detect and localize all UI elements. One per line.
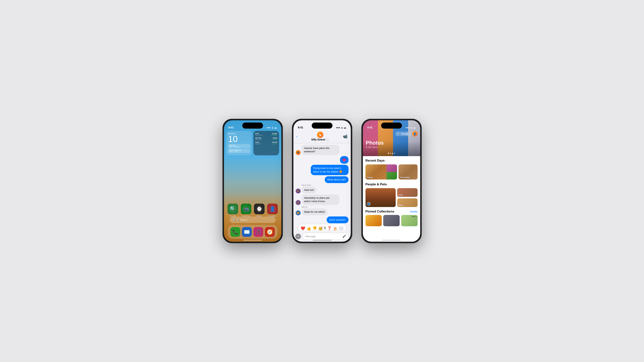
home-indicator-2: [313, 240, 332, 241]
status-icons-3: ●●● ▲ ▬: [406, 126, 416, 129]
stock-item-aapl: AAPL Apple Inc... 170.33 ▲ +3.17: [255, 141, 277, 145]
pinned-title: Pinned Collections: [366, 210, 394, 213]
homescreen: 9:41 ●●● ▲ ▬ MONDAY 10 S: [224, 120, 281, 242]
add-attachment-button[interactable]: +: [295, 234, 301, 239]
battery-icon: ▬: [274, 126, 277, 129]
cal-events: Site visit 10:15 – 10:45AM Lunch with An…: [228, 144, 250, 153]
phone-2-messages: 9:41 ●●● ▲ ▬ ‹ 🪿 Silly Ge: [292, 119, 352, 243]
message-3: Flying down to my sister's place to see …: [296, 165, 348, 175]
find-my-icon: 🔍: [228, 204, 238, 214]
calendar-widget[interactable]: MONDAY 10 Site visit 10:15 – 10:45AM Lun…: [226, 131, 252, 155]
pinned-animals[interactable]: [383, 215, 400, 226]
people-pets-chevron: ›: [388, 183, 388, 186]
dot-1[interactable]: [388, 153, 389, 154]
amit-name: Amit: [398, 194, 402, 196]
message-4: What about y'all?: [296, 176, 348, 183]
phones-container: 9:41 ●●● ▲ ▬ MONDAY 10 S: [222, 119, 422, 243]
message-text-6: Absolutely no plans yet, which I kind of…: [302, 195, 340, 205]
today-card[interactable]: Today: [366, 164, 397, 179]
dynamic-island: [242, 123, 263, 129]
pinned-map[interactable]: Meerut: [401, 215, 418, 226]
pinned-row: Meerut: [366, 215, 418, 226]
cal-event-2[interactable]: Lunch with Andy 11AM – 12PM: [228, 149, 250, 153]
conversation-info[interactable]: 🪿 Silly Geese 🪿: [311, 132, 329, 141]
today-photo-sm1: [386, 164, 397, 172]
wifi-icon-3: ▲: [410, 126, 413, 129]
dock-phone[interactable]: 📞: [230, 227, 240, 237]
dot-grid[interactable]: [392, 153, 393, 154]
search-button[interactable]: 🔍 Search: [395, 132, 410, 136]
tapback-thumbsdown[interactable]: 👎: [312, 226, 317, 230]
modify-button[interactable]: Modify: [410, 210, 418, 213]
message-text-8: Quick question:: [326, 216, 348, 223]
messages-screen: 9:41 ●●● ▲ ▬ ‹ 🪿 Silly Ge: [294, 120, 351, 242]
tapback-question[interactable]: ❓: [327, 226, 332, 230]
photos-count: 8,342 Items: [366, 146, 384, 149]
video-call-button[interactable]: 📹: [343, 134, 348, 139]
maya-name: Maya: [398, 204, 403, 206]
messages-list[interactable]: 🐻 Anyone have plans this weekend? 💗 Flyi…: [294, 143, 351, 230]
tapback-party[interactable]: 🥳: [318, 226, 323, 230]
back-button[interactable]: ‹: [296, 134, 298, 138]
tapback-exclaim[interactable]: ‼️: [324, 226, 326, 230]
message-6: 🐻 Absolutely no plans yet, which I kind …: [296, 195, 348, 205]
people-stack: Amit Maya: [397, 188, 418, 207]
today-photo-sm2: [386, 172, 397, 179]
mic-button[interactable]: 🎤: [342, 235, 346, 238]
map-label: Meerut: [412, 216, 417, 217]
group-name: Silly Geese 🪿: [311, 138, 329, 141]
profile-button[interactable]: 👤: [412, 131, 418, 136]
maya-card[interactable]: Maya: [397, 198, 418, 207]
message-text-3: Flying down to my sister's place to see …: [311, 165, 348, 175]
map-bg: Meerut: [401, 215, 418, 226]
stock-item-dow: DOW Dow Jones I... 37,816 ▲ +570.17: [255, 133, 277, 136]
group-card[interactable]: 👥: [366, 188, 396, 207]
tapback-thumbsup[interactable]: 👍: [306, 226, 311, 230]
amit-card[interactable]: Amit: [397, 188, 418, 197]
message-text-2: 💗: [340, 156, 348, 164]
yesterday-card[interactable]: Yesterday: [398, 164, 418, 179]
avatar-will: 🐯: [296, 210, 300, 215]
photos-title-area: Photos 8,342 Items: [366, 140, 384, 149]
message-text-7: Nada for me either!: [302, 209, 328, 215]
status-time-2: 9:41: [298, 126, 303, 129]
cal-day-label: MONDAY: [228, 133, 250, 135]
message-8: Quick question:: [296, 216, 348, 223]
dock-compass[interactable]: 🧭: [265, 227, 275, 237]
tapback-more[interactable]: …: [339, 226, 344, 230]
home-indicator: [243, 240, 262, 241]
tapback-heart[interactable]: ❤️: [300, 226, 305, 230]
home-indicator-3: [382, 240, 401, 241]
watch-icon: ⌚: [254, 204, 264, 214]
app-facetime[interactable]: 📹 FaceTime: [241, 204, 251, 217]
message-input-field[interactable]: iMessage 🎤: [302, 233, 349, 240]
message-input-bar: + iMessage 🎤: [295, 233, 349, 240]
group-icon: 👥: [367, 202, 371, 206]
app-find-my[interactable]: 🔍 Find My: [228, 204, 238, 217]
message-7: 🐯 Nada for me either!: [296, 209, 348, 215]
recent-days-row: Today Yesterday: [366, 164, 418, 179]
dynamic-island-2: [312, 123, 332, 129]
sender-label-will: Will Xu: [302, 206, 348, 208]
dock: 📞 ✉️ 🎵 🧭: [228, 225, 278, 239]
search-label: 🔍 Search: [237, 219, 247, 221]
cal-event-1[interactable]: Site visit 10:15 – 10:45AM: [228, 144, 250, 148]
dot-4[interactable]: [394, 153, 395, 154]
search-bar[interactable]: 🔍 🔍 Search: [230, 217, 276, 223]
tapback-cake[interactable]: 🎂: [333, 226, 338, 230]
pinned-flowers[interactable]: [366, 215, 382, 226]
wifi-icon-2: ▲: [341, 126, 343, 129]
recent-days-chevron: ›: [386, 159, 386, 162]
dock-mail[interactable]: ✉️: [242, 227, 252, 237]
messages-header: ‹ 🪿 Silly Geese 🪿 📹: [294, 130, 351, 143]
dot-2[interactable]: [390, 153, 391, 154]
dock-music[interactable]: 🎵: [254, 227, 263, 237]
cal-date: 10: [228, 135, 250, 143]
photos-title: Photos: [366, 140, 384, 146]
input-placeholder: iMessage: [305, 235, 316, 238]
stock-item-sp500: S&P 500 Standard &... 5,036 ▲ +80.48: [255, 137, 277, 140]
app-watch[interactable]: ⌚ Watch: [254, 204, 264, 217]
app-contacts[interactable]: 👤 Contacts: [267, 204, 278, 217]
widgets-row: MONDAY 10 Site visit 10:15 – 10:45AM Lun…: [226, 131, 279, 155]
stocks-widget[interactable]: DOW Dow Jones I... 37,816 ▲ +570.17 S&P …: [254, 131, 279, 155]
